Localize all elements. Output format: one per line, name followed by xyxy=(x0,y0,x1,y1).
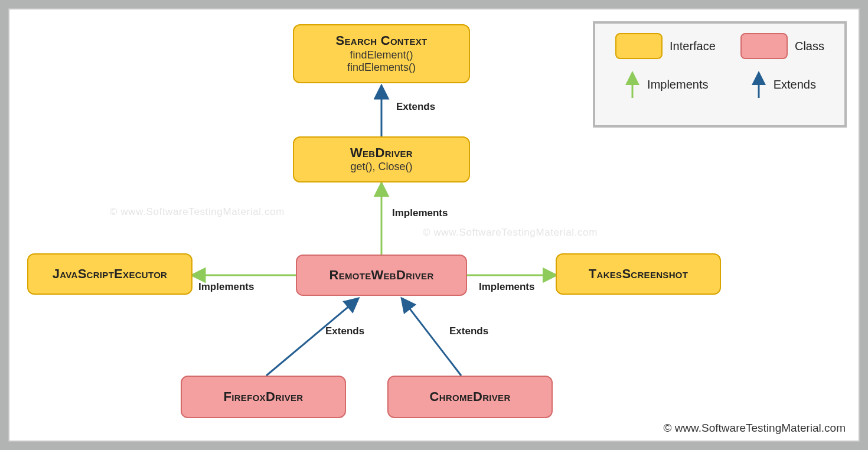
edge-label-implements: Implements xyxy=(392,207,448,219)
node-webdriver: WebDriver get(), Close() xyxy=(293,136,470,182)
node-javascriptexecutor: JavaScriptExecutor xyxy=(27,253,192,295)
node-remotewebdriver: RemoteWebDriver xyxy=(296,255,467,296)
node-takesscreenshot: TakesScreenshot xyxy=(556,253,721,295)
legend-label: Implements xyxy=(647,78,708,92)
edge-label-implements: Implements xyxy=(479,281,534,293)
edge-firefox-extends-remotewd xyxy=(266,299,358,376)
arrow-up-icon xyxy=(624,70,641,99)
legend-label: Class xyxy=(795,40,824,53)
arrow-up-icon xyxy=(750,70,768,99)
node-title: Search Context xyxy=(335,33,427,48)
node-title: JavaScriptExecutor xyxy=(53,266,168,282)
edge-label-extends: Extends xyxy=(325,325,364,337)
legend-row-types: Interface Class xyxy=(606,33,834,59)
legend-item-interface: Interface xyxy=(615,33,716,59)
legend-swatch-interface xyxy=(615,33,663,59)
watermark-text: © www.SoftwareTestingMaterial.com xyxy=(110,206,285,218)
node-title: WebDriver xyxy=(350,145,413,161)
legend-swatch-class xyxy=(740,33,788,59)
legend-box: Interface Class Implements Extends xyxy=(593,21,847,128)
edge-chrome-extends-remotewd xyxy=(402,299,461,376)
edge-label-implements: Implements xyxy=(198,281,254,293)
node-member: findElements() xyxy=(347,61,416,74)
legend-row-arrows: Implements Extends xyxy=(606,70,834,99)
node-member: get(), Close() xyxy=(350,161,412,174)
watermark-text: © www.SoftwareTestingMaterial.com xyxy=(423,227,598,239)
copyright-text: © www.SoftwareTestingMaterial.com xyxy=(663,422,846,435)
node-title: TakesScreenshot xyxy=(589,266,688,282)
legend-label: Interface xyxy=(670,40,716,53)
node-title: ChromeDriver xyxy=(429,389,510,405)
diagram-canvas: Search Context findElement() findElement… xyxy=(8,8,860,442)
edge-label-extends: Extends xyxy=(396,101,435,113)
legend-label: Extends xyxy=(774,78,816,92)
legend-item-class: Class xyxy=(740,33,824,59)
node-member: findElement() xyxy=(350,49,413,62)
node-title: RemoteWebDriver xyxy=(329,268,433,283)
node-chromedriver: ChromeDriver xyxy=(387,376,553,418)
node-firefoxdriver: FirefoxDriver xyxy=(181,376,346,418)
legend-item-extends: Extends xyxy=(750,70,816,99)
edge-label-extends: Extends xyxy=(449,325,488,337)
node-search-context: Search Context findElement() findElement… xyxy=(293,24,470,83)
legend-item-implements: Implements xyxy=(624,70,708,99)
node-title: FirefoxDriver xyxy=(224,389,304,405)
